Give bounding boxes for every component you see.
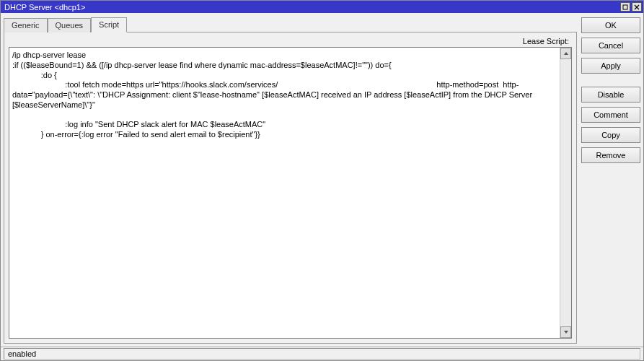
tab-generic[interactable]: Generic — [4, 18, 48, 32]
svg-marker-4 — [564, 331, 568, 334]
comment-button[interactable]: Comment — [581, 107, 640, 123]
button-column: OK Cancel Apply Disable Comment Copy Rem… — [581, 16, 640, 344]
copy-button[interactable]: Copy — [581, 127, 640, 143]
ok-button[interactable]: OK — [581, 17, 640, 33]
close-button[interactable] — [632, 2, 642, 12]
minimize-icon — [622, 4, 628, 10]
apply-button[interactable]: Apply — [581, 58, 640, 74]
window-body: Generic Queues Script Lease Script: /ip … — [1, 13, 643, 347]
lease-script-textarea[interactable]: /ip dhcp-server lease :if (($leaseBound=… — [9, 48, 560, 338]
svg-marker-3 — [564, 52, 568, 55]
tab-script[interactable]: Script — [91, 17, 127, 32]
tabstrip: Generic Queues Script — [4, 16, 577, 32]
cancel-button[interactable]: Cancel — [581, 38, 640, 53]
minimize-button[interactable] — [620, 2, 630, 12]
disable-button[interactable]: Disable — [581, 87, 640, 103]
lease-script-label-row: Lease Script: — [9, 37, 572, 45]
lease-script-label: Lease Script: — [523, 37, 569, 45]
titlebar: DHCP Server <dhcp1> — [1, 1, 643, 13]
scrollbar-vertical — [560, 48, 571, 338]
tab-queues[interactable]: Queues — [48, 18, 92, 32]
scroll-up-button[interactable] — [560, 48, 571, 59]
tab-panel-script: Lease Script: /ip dhcp-server lease :if … — [4, 32, 577, 344]
remove-button[interactable]: Remove — [581, 147, 640, 163]
titlebar-buttons — [620, 2, 642, 12]
svg-rect-0 — [623, 5, 627, 9]
window-title: DHCP Server <dhcp1> — [4, 3, 620, 12]
statusbar: enabled — [1, 347, 643, 360]
scroll-down-button[interactable] — [560, 326, 571, 338]
status-text: enabled — [4, 348, 640, 360]
chevron-down-icon — [563, 330, 569, 334]
dhcp-server-window: DHCP Server <dhcp1> Generic Queues Scrip… — [0, 0, 644, 361]
left-pane: Generic Queues Script Lease Script: /ip … — [4, 16, 577, 344]
lease-script-field: /ip dhcp-server lease :if (($leaseBound=… — [9, 47, 572, 339]
close-icon — [634, 4, 640, 10]
chevron-up-icon — [563, 51, 569, 56]
scroll-track[interactable] — [560, 59, 571, 326]
